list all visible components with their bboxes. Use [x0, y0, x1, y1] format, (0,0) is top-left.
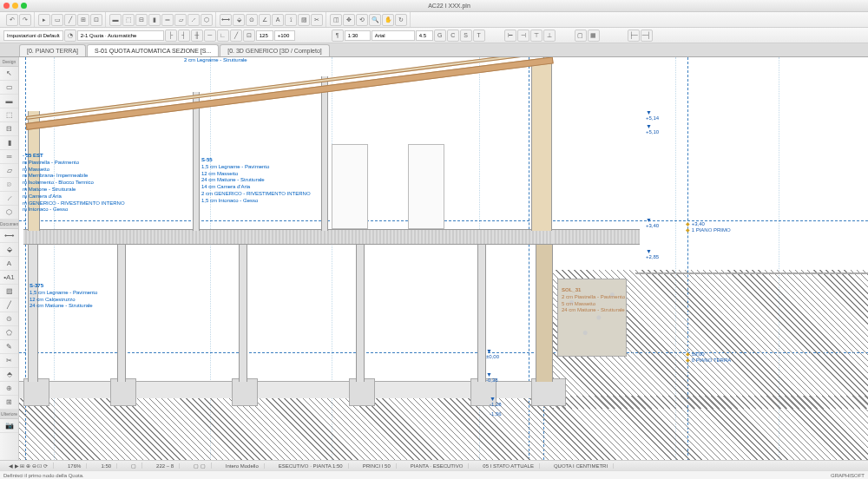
slab-tool[interactable]: ▱	[174, 14, 187, 26]
section-tool[interactable]: ✂	[311, 14, 323, 26]
italic-button[interactable]: C	[447, 30, 459, 42]
tab-sezione[interactable]: S-01 QUOTA AUTOMATICA SEZIONE [S...	[87, 44, 219, 56]
zoom-tool[interactable]: 🔍	[369, 14, 381, 26]
door-side-tool[interactable]: ⬚	[0, 108, 18, 122]
pen-set[interactable]: PIANTA · ESECUTIVO	[405, 463, 470, 469]
witness-1[interactable]: ├─	[628, 30, 640, 42]
state-set[interactable]: 05 I STATO ATTUALE	[477, 463, 540, 469]
geom-mode-3[interactable]: ╱	[230, 30, 242, 42]
window-controls[interactable]	[3, 3, 27, 9]
nav-buttons[interactable]: ◀ ▶ ⊞ ⊕ ⊖ ⊡ ⟳	[3, 463, 54, 469]
linestyle-1[interactable]: ⊢	[504, 30, 516, 42]
dim-tool[interactable]: ⟷	[220, 14, 232, 26]
line-tool[interactable]: ╱	[64, 14, 76, 26]
level-tool[interactable]: ⬙	[233, 14, 245, 26]
maximize-icon[interactable]	[21, 3, 27, 9]
close-icon[interactable]	[3, 3, 10, 9]
roof-side-tool[interactable]: ⟋	[0, 192, 18, 206]
elevation-side-tool[interactable]: ⬘	[0, 368, 18, 382]
stair-side-tool[interactable]: ⟄	[0, 178, 18, 192]
fill-tool[interactable]: ▨	[298, 14, 310, 26]
pct-field[interactable]: +100	[274, 30, 295, 41]
scale-field[interactable]: 1:30	[345, 30, 371, 41]
scale-2[interactable]: 222 – 8	[151, 463, 180, 469]
fillbg-2[interactable]: ▦	[588, 30, 600, 42]
angle-tool[interactable]: ∠	[259, 14, 271, 26]
redo-button[interactable]: ↷	[19, 14, 31, 26]
roof-tool[interactable]: ⟋	[187, 14, 200, 26]
text-tool[interactable]: A	[272, 14, 284, 26]
nav-tool[interactable]: ✥	[343, 14, 355, 26]
construct-mode-3[interactable]: ╫	[191, 30, 203, 42]
beam-side-tool[interactable]: ═	[0, 150, 18, 164]
underline-button[interactable]: S	[460, 30, 472, 42]
fontsize-field[interactable]: 4.5	[416, 30, 433, 41]
arc-side-tool[interactable]: ⊙	[0, 312, 18, 326]
scale-1[interactable]: 1:50	[95, 463, 117, 469]
window-tool[interactable]: ⊟	[135, 14, 148, 26]
arrow-tool[interactable]: ↖	[0, 67, 18, 81]
geom-mode-4[interactable]: ⊡	[243, 30, 255, 42]
text-pos-icon[interactable]: ¶	[332, 30, 344, 42]
wall-side-tool[interactable]: ▬	[0, 95, 18, 108]
construct-mode-2[interactable]: ┤	[178, 30, 190, 42]
marquee-side-tool[interactable]: ▭	[0, 81, 18, 95]
beam-tool[interactable]: ═	[161, 14, 174, 26]
door-tool[interactable]: ⬚	[122, 14, 135, 26]
dim-side-tool[interactable]: ⟷	[0, 229, 18, 243]
pan-tool[interactable]: ✋	[382, 14, 394, 26]
minimize-icon[interactable]	[12, 3, 18, 9]
units-set[interactable]: QUOTA I CENTIMETRI	[549, 463, 614, 469]
layer-combo[interactable]: ESECUTIVO · PIANTA 1:50	[273, 463, 349, 469]
model-scope[interactable]: Intero Modello	[220, 463, 265, 469]
column-side-tool[interactable]: ▮	[0, 136, 18, 150]
line-side-tool[interactable]: ╱	[0, 299, 18, 312]
zoom-value[interactable]: 176%	[62, 463, 87, 469]
worksheet-side-tool[interactable]: ⊞	[0, 396, 18, 410]
layer-icon[interactable]: ◔	[64, 30, 76, 42]
geom-mode-1[interactable]: ─	[204, 30, 216, 42]
layer-dropdown[interactable]: 2-1 Quota · Automatiche	[77, 30, 164, 41]
wall-tool[interactable]: ▬	[109, 14, 122, 26]
marquee-tool[interactable]: ▭	[51, 14, 63, 26]
slab-side-tool[interactable]: ▱	[0, 164, 18, 178]
detail-side-tool[interactable]: ⊕	[0, 382, 18, 396]
tab-piano-terra[interactable]: [0. PIANO TERRA]	[19, 44, 86, 56]
text-side-tool[interactable]: A	[0, 257, 18, 271]
section-side-tool[interactable]: ✂	[0, 354, 18, 368]
level-side-tool[interactable]: ⬙	[0, 243, 18, 257]
3d-tool[interactable]: ◫	[330, 14, 342, 26]
bold-button[interactable]: G	[434, 30, 446, 42]
linestyle-3[interactable]: ⊤	[530, 30, 542, 42]
view-set[interactable]: PRINCI I 50	[358, 463, 397, 469]
label-side-tool[interactable]: •A1	[0, 271, 18, 285]
rotate-tool[interactable]: ↻	[395, 14, 407, 26]
label-tool[interactable]: ⟟	[285, 14, 297, 26]
defaults-dropdown[interactable]: Impostazioni di Default	[3, 30, 63, 41]
tab-3d[interactable]: [0. 3D GENERICO [3D / Completo]	[220, 44, 330, 56]
font-dropdown[interactable]: Arial	[372, 30, 415, 41]
pointer-tool[interactable]: ▸	[38, 14, 50, 26]
grid-tool[interactable]: ⊡	[90, 14, 102, 26]
snap-tool[interactable]: ⊞	[77, 14, 89, 26]
draw-side-tool[interactable]: ✎	[0, 340, 18, 354]
undo-button[interactable]: ↶	[6, 14, 18, 26]
poly-side-tool[interactable]: ⬠	[0, 326, 18, 340]
construct-mode-1[interactable]: ├	[165, 30, 177, 42]
column-tool[interactable]: ▮	[148, 14, 161, 26]
fill-side-tool[interactable]: ▨	[0, 285, 18, 299]
mesh-tool[interactable]: ⬡	[201, 14, 213, 26]
page-field[interactable]: 125	[256, 30, 273, 41]
strike-button[interactable]: T	[473, 30, 485, 42]
drawing-canvas[interactable]: 2 cm Legname - Strutturale - 55 EST m Pi…	[19, 57, 868, 460]
shell-side-tool[interactable]: ⬡	[0, 206, 18, 220]
geom-mode-2[interactable]: ∟	[217, 30, 229, 42]
camera-side-tool[interactable]: 📷	[0, 419, 18, 433]
witness-2[interactable]: ─┤	[641, 30, 653, 42]
orbit-tool[interactable]: ⟲	[356, 14, 368, 26]
linestyle-2[interactable]: ⊣	[517, 30, 529, 42]
linestyle-4[interactable]: ⊥	[543, 30, 556, 42]
window-side-tool[interactable]: ⊟	[0, 122, 18, 136]
fillbg-1[interactable]: ▢	[575, 30, 587, 42]
radius-tool[interactable]: ⊙	[246, 14, 258, 26]
